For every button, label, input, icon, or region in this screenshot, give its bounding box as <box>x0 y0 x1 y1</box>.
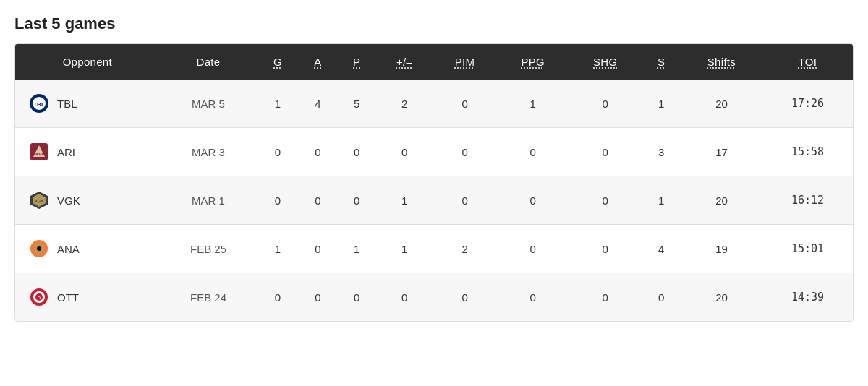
svg-text:TBL: TBL <box>33 101 45 108</box>
shifts-cell: 19 <box>681 225 762 273</box>
col-header-a: A <box>299 44 338 80</box>
pim-cell: 0 <box>433 176 497 225</box>
svg-text:ARI: ARI <box>35 152 43 156</box>
plusminus-cell: 2 <box>376 80 433 128</box>
team-logo-ana <box>28 238 50 260</box>
shifts-cell: 20 <box>681 80 762 128</box>
col-header-shifts: Shifts <box>681 44 762 80</box>
s-cell: 0 <box>642 273 681 322</box>
date-cell: MAR 1 <box>160 176 258 225</box>
p-cell: 0 <box>337 273 376 322</box>
s-cell: 3 <box>642 128 681 176</box>
team-abbr: VGK <box>57 194 80 207</box>
team-logo-vgk: VGK <box>28 189 50 211</box>
ppg-cell: 0 <box>497 128 569 176</box>
table-row: VGK VGK MAR 1 0 0 0 1 0 0 0 1 20 16:12 <box>15 176 853 225</box>
col-header-pim: PIM <box>433 44 497 80</box>
col-header-plusminus: +/– <box>376 44 433 80</box>
col-header-s: S <box>642 44 681 80</box>
plusminus-cell: 1 <box>376 225 433 273</box>
toi-cell: 15:01 <box>762 225 853 273</box>
date-cell: FEB 24 <box>160 273 258 322</box>
g-cell: 0 <box>257 176 298 225</box>
ppg-cell: 1 <box>497 80 569 128</box>
svg-text:VGK: VGK <box>35 199 43 203</box>
col-header-opponent: Opponent <box>15 44 160 80</box>
a-cell: 4 <box>299 80 338 128</box>
team-abbr: TBL <box>57 98 77 110</box>
table-row: ARI ARI MAR 3 0 0 0 0 0 0 0 3 17 15:58 <box>15 128 853 176</box>
opponent-cell: O OTT <box>15 273 160 322</box>
a-cell: 0 <box>299 176 338 225</box>
svg-point-11 <box>37 246 41 251</box>
team-logo-tbl: TBL <box>28 93 50 114</box>
team-abbr: ANA <box>57 243 80 255</box>
team-logo-ari: ARI <box>28 141 50 163</box>
team-logo-ott: O <box>28 286 50 308</box>
toi-cell: 16:12 <box>762 176 853 225</box>
shg-cell: 0 <box>569 80 642 128</box>
table-row: O OTT FEB 24 0 0 0 0 0 0 0 0 20 14:39 <box>15 273 853 322</box>
shg-cell: 0 <box>569 225 642 273</box>
pim-cell: 0 <box>433 273 497 322</box>
svg-text:O: O <box>38 296 41 300</box>
toi-cell: 15:58 <box>762 128 853 176</box>
g-cell: 1 <box>257 225 298 273</box>
ppg-cell: 0 <box>497 225 569 273</box>
p-cell: 0 <box>337 128 376 176</box>
col-header-toi: TOI <box>762 44 853 80</box>
shg-cell: 0 <box>569 273 642 322</box>
shifts-cell: 20 <box>681 273 762 322</box>
table-header-row: Opponent Date G A P +/– PIM PPG SHG S Sh… <box>15 44 853 80</box>
date-cell: MAR 3 <box>160 128 258 176</box>
shifts-cell: 17 <box>681 128 762 176</box>
opponent-cell: VGK VGK <box>15 176 160 225</box>
s-cell: 1 <box>642 80 681 128</box>
date-cell: FEB 25 <box>160 225 258 273</box>
p-cell: 5 <box>337 80 376 128</box>
stats-table-wrapper: Opponent Date G A P +/– PIM PPG SHG S Sh… <box>14 43 854 322</box>
ppg-cell: 0 <box>497 273 569 322</box>
a-cell: 0 <box>299 225 338 273</box>
col-header-date: Date <box>160 44 258 80</box>
s-cell: 4 <box>642 225 681 273</box>
table-row: TBL TBL MAR 5 1 4 5 2 0 1 0 1 20 17:26 <box>15 80 853 128</box>
g-cell: 0 <box>257 273 298 322</box>
pim-cell: 0 <box>433 128 497 176</box>
toi-cell: 17:26 <box>762 80 853 128</box>
plusminus-cell: 0 <box>376 128 433 176</box>
a-cell: 0 <box>299 128 338 176</box>
team-abbr: OTT <box>57 291 79 304</box>
col-header-ppg: PPG <box>497 44 569 80</box>
p-cell: 1 <box>337 225 376 273</box>
opponent-cell: TBL TBL <box>15 80 160 128</box>
plusminus-cell: 1 <box>376 176 433 225</box>
pim-cell: 2 <box>433 225 497 273</box>
opponent-cell: ARI ARI <box>15 128 160 176</box>
toi-cell: 14:39 <box>762 273 853 322</box>
g-cell: 1 <box>257 80 298 128</box>
shg-cell: 0 <box>569 176 642 225</box>
team-abbr: ARI <box>57 146 75 158</box>
plusminus-cell: 0 <box>376 273 433 322</box>
table-row: ANA FEB 25 1 0 1 1 2 0 0 4 19 15:01 <box>15 225 853 273</box>
p-cell: 0 <box>337 176 376 225</box>
ppg-cell: 0 <box>497 176 569 225</box>
s-cell: 1 <box>642 176 681 225</box>
col-header-shg: SHG <box>569 44 642 80</box>
opponent-cell: ANA <box>15 225 160 273</box>
a-cell: 0 <box>299 273 338 322</box>
pim-cell: 0 <box>433 80 497 128</box>
shg-cell: 0 <box>569 128 642 176</box>
last5-games-table: Opponent Date G A P +/– PIM PPG SHG S Sh… <box>15 44 853 321</box>
shifts-cell: 20 <box>681 176 762 225</box>
date-cell: MAR 5 <box>160 80 258 128</box>
col-header-g: G <box>257 44 298 80</box>
col-header-p: P <box>337 44 376 80</box>
section-title: Last 5 games <box>14 14 854 33</box>
g-cell: 0 <box>257 128 298 176</box>
